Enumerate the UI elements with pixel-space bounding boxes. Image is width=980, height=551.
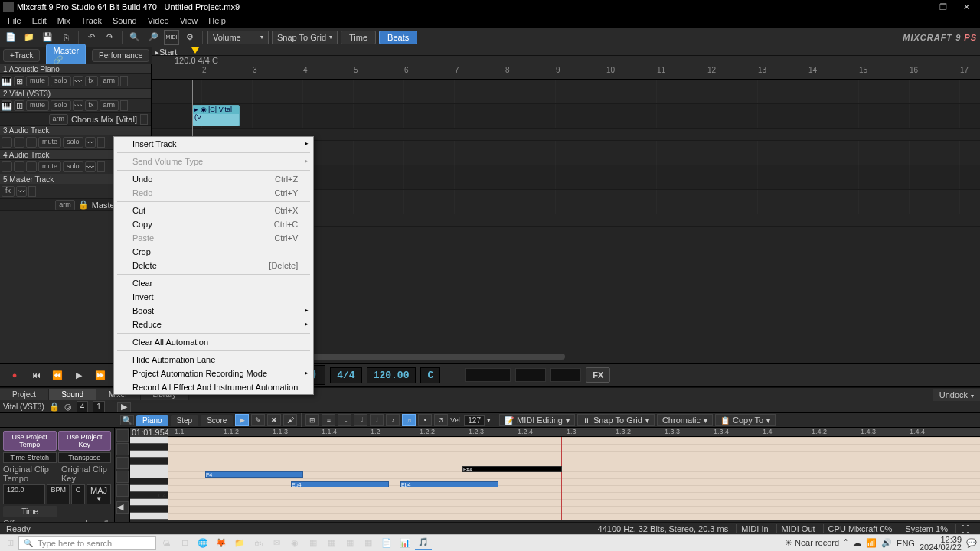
track-instrument-icon[interactable]: 🎹 (2, 76, 12, 86)
add-track-button[interactable]: +Track (3, 49, 40, 62)
piano-roll-ruler[interactable]: 1.11.1.21.1.31.1.41.21.2.21.2.31.2.41.31… (168, 428, 980, 437)
fx-button[interactable]: FX (586, 367, 610, 383)
track-mute-button[interactable]: mute (26, 100, 49, 111)
taskbar-app-icon[interactable]: ▦ (305, 536, 322, 550)
zoom-in-icon[interactable]: 🔍 (127, 30, 142, 45)
pr-channel2[interactable]: 1 (93, 401, 105, 412)
time-stretch-field[interactable]: Time Stretch (3, 452, 57, 463)
open-icon[interactable]: 📁 (21, 30, 37, 45)
track-automation-icon[interactable]: 〰 (85, 161, 96, 172)
track-fx-button[interactable]: fx (2, 186, 15, 197)
rewind-button[interactable]: ⏪ (49, 367, 66, 383)
pr-channel[interactable]: 4 (77, 401, 89, 412)
speaker-icon[interactable] (14, 137, 24, 148)
tray-chevron-icon[interactable]: ˄ (844, 538, 848, 548)
track-solo-button[interactable]: solo (63, 137, 83, 148)
time-sig-field[interactable]: 4/4 (330, 367, 361, 383)
save-icon[interactable]: 💾 (40, 30, 55, 45)
pr-tab-score[interactable]: Score (201, 415, 233, 426)
pr-half-note[interactable]: 𝅗𝅥 (354, 414, 368, 426)
pr-copy-to-select[interactable]: 📋Copy To▾ (715, 414, 776, 426)
midi-note[interactable]: Eb4 (400, 481, 498, 487)
ctx-cut[interactable]: CutCtrl+X (114, 204, 313, 217)
track-arm-button[interactable]: arm (100, 100, 119, 111)
ctx-record-all-effect-and-instrument-automation[interactable]: Record All Effect And Instrument Automat… (114, 380, 313, 394)
rewind-start-button[interactable]: ⏮ (28, 367, 44, 383)
track-menu-dropdown[interactable] (120, 76, 128, 86)
pr-zoom-icon[interactable]: 🔍 (120, 415, 134, 425)
track-mute-button[interactable]: mute (38, 161, 61, 172)
midi-icon[interactable]: MIDI (164, 30, 179, 45)
piano-key[interactable] (130, 458, 168, 465)
pr-tab-step[interactable]: Step (171, 415, 199, 426)
use-project-tempo-button[interactable]: Use Project Tempo (3, 431, 57, 451)
maximize-button[interactable]: ❐ (933, 1, 954, 13)
tray-time[interactable]: 12:39 (920, 536, 962, 543)
midi-note[interactable]: F#4 (462, 466, 562, 472)
track-automation-icon[interactable]: 〰 (73, 100, 83, 111)
ffwd-button[interactable]: ⏩ (92, 367, 109, 383)
mic-icon[interactable] (2, 137, 12, 148)
piano-key[interactable] (130, 485, 168, 492)
timeline-ruler[interactable]: 234567891011121314151617 (152, 64, 980, 80)
track-label[interactable]: 3 Audio Track (0, 126, 151, 135)
menu-view[interactable]: View (175, 15, 203, 27)
piano-key[interactable] (130, 465, 168, 471)
pr-side-tool-3[interactable] (116, 457, 129, 469)
pr-side-tool-1[interactable] (116, 429, 129, 442)
menu-track[interactable]: Track (77, 15, 106, 27)
track-grid-icon[interactable]: ⊞ (14, 76, 24, 86)
track-lane[interactable] (152, 80, 980, 104)
track-solo-button[interactable]: solo (51, 100, 71, 111)
piano-keyboard[interactable]: C4 (130, 437, 168, 520)
midi-note[interactable]: Eb4 (291, 481, 389, 487)
snap-select[interactable]: Snap To Grid (272, 31, 338, 44)
track-menu-dropdown[interactable] (120, 100, 128, 111)
input-icon[interactable] (26, 161, 37, 172)
piano-key[interactable] (130, 451, 168, 458)
piano-key[interactable] (130, 437, 168, 444)
close-button[interactable]: ✕ (956, 1, 977, 13)
taskbar-chrome-icon[interactable]: ◉ (286, 536, 303, 550)
track-fx-button[interactable]: fx (85, 100, 98, 111)
track-arm-button[interactable]: arm (100, 76, 119, 86)
track-menu-dropdown[interactable] (97, 161, 105, 172)
piano-key[interactable] (130, 478, 168, 485)
beats-mode-button[interactable]: Beats (379, 31, 417, 44)
playhead-marker[interactable] (191, 47, 199, 54)
pr-side-tool-4[interactable] (116, 471, 129, 483)
redo-icon[interactable]: ↷ (102, 30, 117, 45)
auto-dropdown[interactable] (140, 114, 148, 125)
zoom-out-icon[interactable]: 🔎 (145, 30, 161, 45)
track-fx-button[interactable]: fx (85, 76, 98, 86)
pr-tab-piano[interactable]: Piano (136, 415, 168, 426)
ctx-copy[interactable]: CopyCtrl+C (114, 217, 313, 231)
taskbar-taskview-icon[interactable]: ⊡ (176, 536, 193, 550)
performance-button[interactable]: Performance (92, 49, 149, 62)
menu-file[interactable]: File (3, 15, 26, 27)
track-solo-button[interactable]: solo (51, 76, 71, 86)
pr-erase-tool[interactable]: ✖ (267, 414, 281, 426)
panel-tab-sound[interactable]: Sound (49, 389, 96, 400)
ctx-clear-all-automation[interactable]: Clear All Automation (114, 335, 313, 349)
ctx-crop[interactable]: Crop (114, 245, 313, 259)
pr-loop-range[interactable] (175, 437, 562, 520)
ctx-clear[interactable]: Clear (114, 276, 313, 290)
piano-key[interactable] (130, 499, 168, 506)
time-section-tab[interactable]: Time (3, 506, 57, 517)
pr-tool-5[interactable]: ⊞ (305, 414, 319, 426)
track-grid-icon[interactable]: ⊞ (14, 100, 24, 111)
taskbar-store-icon[interactable]: 🛍 (250, 536, 266, 550)
taskbar-search[interactable]: 🔍 Type here to search (18, 536, 156, 550)
menu-edit[interactable]: Edit (28, 15, 51, 27)
pr-midi-editing-select[interactable]: 📝MIDI Editing▾ (499, 414, 575, 426)
taskbar-app3-icon[interactable]: ▦ (341, 536, 358, 550)
taskbar-widget-icon[interactable]: 🌤 (158, 536, 175, 550)
minimize-button[interactable]: — (910, 1, 931, 13)
new-icon[interactable]: 📄 (3, 30, 18, 45)
piano-key[interactable] (130, 513, 168, 520)
tempo-field[interactable]: 120.00 (367, 367, 416, 383)
track-menu-dropdown[interactable] (97, 137, 105, 148)
ctx-project-automation-recording-mode[interactable]: Project Automation Recording Mode (114, 367, 313, 380)
pr-pencil-tool[interactable]: ✎ (251, 414, 265, 426)
